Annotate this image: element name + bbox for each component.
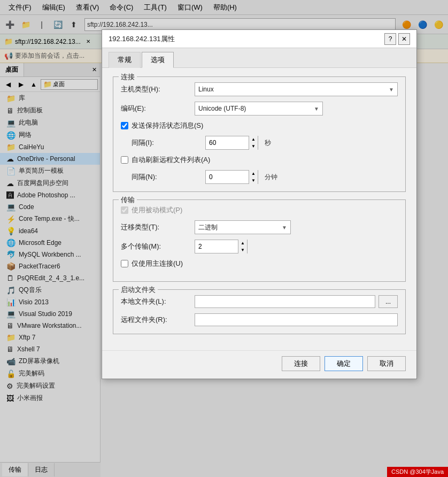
ok-btn[interactable]: 确定	[325, 356, 363, 371]
interval-label: 间隔(I):	[132, 138, 201, 148]
remote-folder-control	[195, 313, 398, 326]
only-main-label: 仅使用主连接(U)	[132, 259, 183, 268]
transfer-type-row: 迁移类型(T): 二进制 ▼	[121, 220, 398, 234]
host-type-value: Linux	[198, 86, 214, 93]
encoding-arrow: ▼	[314, 106, 319, 112]
transfer-section: 传输 使用被动模式(P) 迁移类型(T): 二进制 ▼	[113, 199, 406, 282]
dialog-title-text: 192.168.242.131属性	[109, 34, 175, 44]
encoding-label: 编码(E):	[121, 104, 190, 113]
multi-input[interactable]	[195, 240, 238, 253]
interval-spinner-btns: ▲ ▼	[249, 136, 258, 150]
host-type-arrow: ▼	[389, 87, 394, 93]
interval-control: ▲ ▼ 秒	[205, 136, 398, 150]
local-folder-input[interactable]	[195, 295, 375, 308]
local-folder-control: ...	[195, 295, 398, 308]
host-type-label: 主机类型(H):	[121, 84, 190, 94]
interval2-unit: 分钟	[265, 173, 277, 182]
interval2-input[interactable]	[206, 171, 249, 183]
host-type-control: Linux ▼	[195, 82, 398, 96]
dialog-overlay: 192.168.242.131属性 ? ✕ 常规 选项 连接 主机类型(H):	[0, 0, 448, 477]
interval-input[interactable]	[206, 136, 249, 149]
dialog-title-btns: ? ✕	[384, 33, 410, 45]
multi-transfer-label: 多个传输(M):	[121, 242, 190, 251]
interval2-down-btn[interactable]: ▼	[249, 177, 258, 184]
local-folder-label: 本地文件夹(L):	[121, 297, 190, 306]
startup-folder-section: 启动文件夹 本地文件夹(L): ... 远程文件夹(R):	[113, 289, 406, 334]
encoding-select[interactable]: Unicode (UTF-8) ▼	[195, 102, 323, 116]
transfer-type-control: 二进制 ▼	[195, 220, 398, 234]
interval-up-btn[interactable]: ▲	[249, 136, 258, 143]
interval2-spinner-btns: ▲ ▼	[249, 170, 258, 184]
dialog-tab-bar: 常规 选项	[102, 48, 416, 68]
interval2-up-btn[interactable]: ▲	[249, 170, 258, 177]
autorefresh-checkbox[interactable]	[121, 156, 128, 164]
autorefresh-row: 自动刷新远程文件列表(A)	[121, 155, 398, 165]
interval2-row: 间隔(N): ▲ ▼ 分钟	[121, 170, 398, 184]
host-type-row: 主机类型(H): Linux ▼	[121, 82, 398, 96]
transfer-section-label: 传输	[119, 195, 137, 205]
properties-dialog: 192.168.242.131属性 ? ✕ 常规 选项 连接 主机类型(H):	[102, 29, 417, 379]
tab-general[interactable]: 常规	[109, 52, 141, 68]
remote-folder-label: 远程文件夹(R):	[121, 315, 190, 325]
connection-section: 连接 主机类型(H): Linux ▼ 编码(E):	[113, 76, 406, 192]
dialog-body: 连接 主机类型(H): Linux ▼ 编码(E):	[102, 68, 416, 350]
remote-folder-row: 远程文件夹(R):	[121, 313, 398, 326]
encoding-control: Unicode (UTF-8) ▼	[195, 102, 398, 116]
keepalive-row: 发送保持活状态消息(S)	[121, 121, 398, 130]
dialog-title-bar: 192.168.242.131属性 ? ✕	[102, 30, 416, 48]
interval2-spinner[interactable]: ▲ ▼	[205, 170, 258, 184]
encoding-value: Unicode (UTF-8)	[198, 105, 246, 112]
encoding-row: 编码(E): Unicode (UTF-8) ▼	[121, 102, 398, 116]
interval-down-btn[interactable]: ▼	[249, 143, 258, 150]
tab-options[interactable]: 选项	[142, 52, 174, 68]
keepalive-checkbox[interactable]	[121, 122, 128, 129]
passive-checkbox	[121, 206, 128, 214]
remote-folder-input[interactable]	[195, 313, 398, 326]
passive-row: 使用被动模式(P)	[121, 205, 398, 215]
startup-folder-label: 启动文件夹	[119, 285, 158, 295]
dialog-close-btn[interactable]: ✕	[398, 33, 410, 45]
interval2-control: ▲ ▼ 分钟	[205, 170, 398, 184]
transfer-type-arrow: ▼	[282, 225, 287, 230]
only-main-row: 仅使用主连接(U)	[121, 259, 398, 268]
multi-spinner[interactable]: ▲ ▼	[195, 240, 248, 253]
interval-unit: 秒	[265, 139, 271, 148]
multi-spinner-btns: ▲ ▼	[238, 240, 247, 253]
watermark: CSDN @304学Java	[387, 467, 448, 477]
connection-section-label: 连接	[119, 72, 137, 82]
only-main-checkbox[interactable]	[121, 260, 128, 267]
multi-up-btn[interactable]: ▲	[238, 240, 247, 247]
transfer-type-select[interactable]: 二进制 ▼	[195, 220, 291, 234]
multi-down-btn[interactable]: ▼	[238, 247, 247, 253]
local-folder-row: 本地文件夹(L): ...	[121, 295, 398, 308]
dialog-help-btn[interactable]: ?	[384, 33, 396, 45]
keepalive-label: 发送保持活状态消息(S)	[132, 121, 203, 130]
multi-transfer-row: 多个传输(M): ▲ ▼	[121, 240, 398, 253]
interval2-label: 间隔(N):	[132, 172, 201, 182]
transfer-type-label: 迁移类型(T):	[121, 222, 190, 232]
connect-btn[interactable]: 连接	[282, 356, 320, 371]
transfer-type-value: 二进制	[198, 223, 218, 232]
cancel-btn[interactable]: 取消	[367, 356, 406, 371]
local-browse-btn[interactable]: ...	[379, 295, 398, 308]
dialog-footer: 连接 确定 取消	[102, 350, 416, 379]
autorefresh-label: 自动刷新远程文件列表(A)	[132, 155, 210, 165]
passive-label: 使用被动模式(P)	[132, 205, 182, 215]
interval-row: 间隔(I): ▲ ▼ 秒	[121, 136, 398, 150]
interval-spinner[interactable]: ▲ ▼	[205, 136, 258, 150]
host-type-select[interactable]: Linux ▼	[195, 82, 398, 96]
multi-transfer-control: ▲ ▼	[195, 240, 398, 253]
